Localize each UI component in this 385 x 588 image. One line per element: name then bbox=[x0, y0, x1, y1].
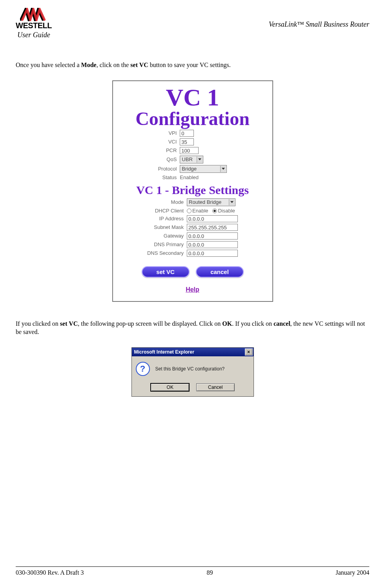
ok-button[interactable]: OK bbox=[150, 383, 190, 392]
close-icon[interactable]: × bbox=[245, 348, 253, 356]
question-icon: ? bbox=[136, 362, 150, 376]
vci-label: VCI bbox=[157, 138, 179, 146]
status-value: Enabled bbox=[178, 174, 228, 181]
dns1-input[interactable]: 0.0.0.0 bbox=[187, 241, 238, 248]
westell-logo-icon bbox=[20, 8, 47, 21]
config-screenshot: VC 1 Configuration VPI 0 VCI 35 PCR 100 … bbox=[112, 80, 273, 302]
dhcp-enable-label: Enable bbox=[192, 208, 208, 214]
dialog-title-text: Microsoft Internet Explorer bbox=[134, 349, 194, 355]
page-number: 89 bbox=[206, 569, 213, 576]
mode-select[interactable]: Routed Bridge bbox=[187, 198, 235, 206]
gw-label: Gateway bbox=[146, 232, 185, 240]
brand-block: WESTELL User Guide bbox=[16, 8, 52, 39]
set-vc-button[interactable]: set VC bbox=[142, 266, 190, 278]
bridge-form: Mode Routed Bridge DHCP Client Enable Di… bbox=[146, 198, 239, 258]
dhcp-disable-radio[interactable] bbox=[212, 209, 217, 213]
chevron-down-icon bbox=[197, 156, 203, 163]
page-header: WESTELL User Guide VersaLink™ Small Busi… bbox=[16, 8, 369, 39]
qos-select[interactable]: UBR bbox=[180, 156, 203, 163]
protocol-label: Protocol bbox=[157, 164, 179, 174]
dialog-message: Set this Bridge VC configuration? bbox=[155, 366, 225, 372]
config-heading: VC 1 Configuration bbox=[119, 85, 267, 128]
gw-input[interactable]: 0.0.0.0 bbox=[187, 232, 238, 240]
chevron-down-icon bbox=[220, 166, 226, 172]
dhcp-label: DHCP Client bbox=[146, 207, 185, 214]
vpi-input[interactable]: 0 bbox=[180, 130, 194, 137]
dhcp-disable-label: Disable bbox=[218, 208, 235, 214]
instruction-paragraph-1: Once you have selected a Mode, click on … bbox=[16, 61, 369, 69]
user-guide-label: User Guide bbox=[17, 31, 50, 39]
dialog-cancel-button[interactable]: Cancel bbox=[196, 383, 235, 391]
ip-label: IP Address bbox=[146, 214, 185, 223]
config-form: VPI 0 VCI 35 PCR 100 QoS UBR Protocol bbox=[157, 129, 229, 181]
dns2-label: DNS Secondary bbox=[146, 249, 185, 258]
qos-label: QoS bbox=[157, 155, 179, 164]
cancel-button[interactable]: cancel bbox=[196, 266, 244, 278]
instruction-paragraph-2: If you clicked on set VC, the following … bbox=[16, 319, 369, 336]
brand-name: WESTELL bbox=[16, 21, 52, 30]
protocol-select[interactable]: Bridge bbox=[180, 165, 227, 173]
status-label: Status bbox=[157, 174, 179, 181]
pcr-label: PCR bbox=[157, 146, 179, 155]
dhcp-enable-radio[interactable] bbox=[187, 209, 192, 213]
dns2-input[interactable]: 0.0.0.0 bbox=[187, 250, 238, 257]
chevron-down-icon bbox=[229, 199, 235, 205]
vci-input[interactable]: 35 bbox=[180, 138, 194, 145]
confirm-dialog: Microsoft Internet Explorer × ? Set this… bbox=[131, 347, 254, 397]
mask-label: Subnet Mask bbox=[146, 223, 185, 232]
vpi-label: VPI bbox=[157, 129, 179, 138]
device-name: VersaLink™ Small Business Router bbox=[269, 20, 369, 29]
ip-input[interactable]: 0.0.0.0 bbox=[187, 215, 238, 222]
footer-date: January 2004 bbox=[336, 569, 369, 576]
dns1-label: DNS Primary bbox=[146, 240, 185, 249]
mode-label: Mode bbox=[146, 198, 185, 207]
page-footer: 030-300390 Rev. A Draft 3 89 January 200… bbox=[16, 566, 369, 576]
mask-input[interactable]: 255.255.255.255 bbox=[187, 224, 238, 231]
bridge-settings-heading: VC 1 - Bridge Settings bbox=[119, 183, 267, 197]
dialog-titlebar: Microsoft Internet Explorer × bbox=[132, 348, 254, 356]
footer-left: 030-300390 Rev. A Draft 3 bbox=[16, 569, 84, 576]
help-link[interactable]: Help bbox=[119, 286, 267, 293]
pcr-input[interactable]: 100 bbox=[180, 147, 199, 154]
